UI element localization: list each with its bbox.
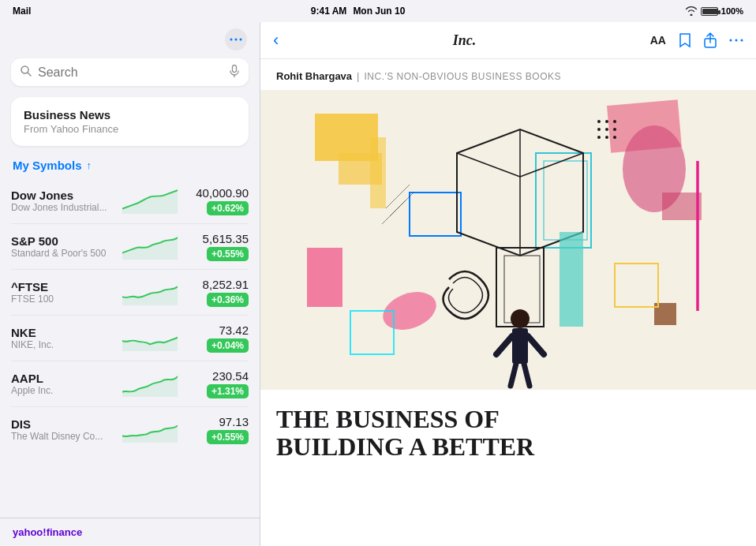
stock-symbol: S&P 500 [11,234,114,248]
article-toolbar: ‹ Inc. AA [260,22,756,59]
svg-point-0 [230,39,233,41]
search-input[interactable] [38,65,223,80]
more-button[interactable] [225,28,247,50]
article-author: Rohit Bhargava [276,70,352,82]
stock-list: Dow Jones Dow Jones Industrial... 40,000… [0,178,260,518]
stock-name: The Walt Disney Co... [11,431,114,442]
font-size-button[interactable]: AA [650,34,666,47]
battery-icon [701,6,718,17]
svg-point-36 [613,120,616,123]
stock-item[interactable]: AAPL Apple Inc. 230.54 +1.31% [11,361,249,407]
status-left: Mail [13,6,31,17]
stock-symbol: ^FTSE [11,280,114,294]
stock-item[interactable]: DIS The Walt Disney Co... 97.13 +0.55% [11,407,249,452]
share-button[interactable] [704,32,717,48]
toolbar-back[interactable]: ‹ [273,30,279,50]
stock-info: DIS The Walt Disney Co... [11,417,114,442]
article-category: INC.'S NON-OBVIOUS BUSINESS BOOKS [364,71,561,82]
stock-name: FTSE 100 [11,294,114,305]
left-panel: Business News From Yahoo Finance My Symb… [0,22,260,546]
svg-point-8 [729,39,732,42]
article-headline: THE BUSINESS OF BUILDING A BETTER [260,390,756,461]
stock-name: Standard & Poor's 500 [11,248,114,259]
stock-change: +0.55% [207,430,249,444]
bookmark-button[interactable] [679,32,691,48]
stock-name: NIKE, Inc. [11,339,114,350]
stock-price-col: 40,000.90 +0.62% [185,186,249,215]
svg-point-46 [511,309,530,328]
stock-sparkline [122,189,178,214]
stock-price: 40,000.90 [185,186,249,200]
stock-price: 5,615.35 [185,232,249,245]
svg-point-35 [605,120,608,123]
stock-item[interactable]: ^FTSE FTSE 100 8,252.91 +0.36% [11,270,249,316]
stock-sparkline [122,417,178,443]
battery-percent: 100% [721,6,743,16]
stock-price-col: 97.13 +0.55% [185,415,249,444]
svg-point-42 [613,136,616,139]
news-card-subtitle: From Yahoo Finance [24,123,236,135]
stock-change: +0.62% [207,201,249,215]
svg-point-34 [597,120,601,123]
symbols-header: My Symbols ↑ [0,159,260,178]
article-content[interactable]: Rohit Bhargava | INC.'S NON-OBVIOUS BUSI… [260,59,756,546]
stock-sparkline [122,326,178,351]
search-container [0,54,260,94]
stock-price: 230.54 [185,369,249,383]
stock-symbol: Dow Jones [11,189,114,202]
stock-price-col: 5,615.35 +0.55% [185,232,249,261]
svg-point-2 [240,39,242,41]
svg-point-40 [597,136,601,139]
status-right: 100% [685,6,743,17]
svg-rect-47 [512,328,528,364]
status-time: 9:41 AM [311,6,347,17]
svg-rect-25 [560,232,583,327]
stock-symbol: DIS [11,417,114,431]
stock-name: Dow Jones Industrial... [11,202,114,213]
stock-price-col: 73.42 +0.04% [185,323,249,353]
stock-price: 97.13 [185,415,249,428]
stock-change: +0.36% [207,293,249,307]
more-options-button[interactable] [729,39,743,42]
stock-price-col: 230.54 +1.31% [185,369,249,398]
svg-point-41 [605,136,608,139]
svg-rect-24 [307,248,342,307]
stock-item[interactable]: Dow Jones Dow Jones Industrial... 40,000… [11,178,249,224]
byline-separator: | [357,70,359,82]
svg-rect-26 [370,137,386,208]
svg-point-37 [597,128,601,131]
stock-name: Apple Inc. [11,385,114,396]
article-illustration [260,90,756,390]
yahoo-logo: yahoo!finance [13,526,247,538]
stock-info: AAPL Apple Inc. [11,372,114,396]
news-card[interactable]: Business News From Yahoo Finance [11,97,249,146]
stock-sparkline [122,280,178,305]
status-bar: Mail 9:41 AM Mon Jun 10 100% [0,0,756,22]
sort-icon[interactable]: ↑ [87,159,92,171]
stock-info: Dow Jones Dow Jones Industrial... [11,189,114,213]
yahoo-footer: yahoo!finance [0,518,260,546]
wifi-icon [685,6,698,16]
main-layout: Business News From Yahoo Finance My Symb… [0,22,756,546]
svg-point-1 [235,39,238,41]
stock-price: 8,252.91 [185,278,249,291]
stock-item[interactable]: NKE NIKE, Inc. 73.42 +0.04% [11,316,249,361]
toolbar-right: AA [650,32,743,48]
article-byline: Rohit Bhargava | INC.'S NON-OBVIOUS BUSI… [260,59,756,90]
article-illustration-svg [260,90,756,390]
stock-item[interactable]: S&P 500 Standard & Poor's 500 5,615.35 +… [11,224,249,270]
search-bar [11,58,249,86]
search-icon [21,65,32,79]
right-panel: ‹ Inc. AA [260,22,756,546]
svg-rect-16 [662,193,702,220]
status-date: Mon Jun 10 [353,6,405,17]
svg-point-9 [735,39,737,42]
svg-point-10 [740,39,743,42]
news-card-title: Business News [24,108,236,122]
stock-change: +0.55% [207,247,249,261]
stock-symbol: NKE [11,326,114,339]
back-button[interactable]: ‹ [273,30,279,50]
svg-point-39 [613,128,616,131]
microphone-icon[interactable] [230,65,239,80]
stock-price: 73.42 [185,323,249,337]
